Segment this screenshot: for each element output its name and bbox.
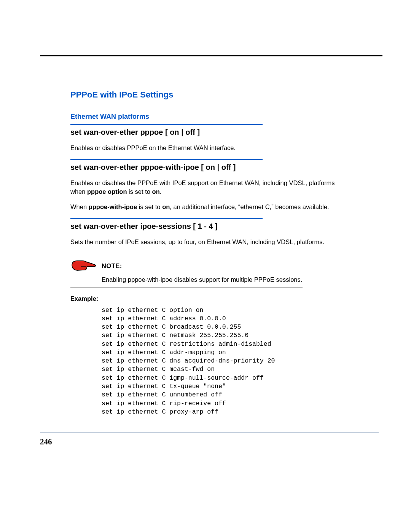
blue-divider xyxy=(70,124,263,125)
body-paragraph: Sets the number of IPoE sessions, up to … xyxy=(70,238,341,246)
example-label: Example: xyxy=(70,295,341,302)
manual-page: PPPoE with IPoE Settings Ethernet WAN pl… xyxy=(0,0,411,532)
header-separator xyxy=(40,68,379,68)
section-title: PPPoE with IPoE Settings xyxy=(70,90,341,100)
top-rule xyxy=(40,55,382,56)
blue-divider xyxy=(70,218,263,219)
body-paragraph: When pppoe-with-ipoe is set to on, an ad… xyxy=(70,203,341,211)
content-area: PPPoE with IPoE Settings Ethernet WAN pl… xyxy=(70,90,341,416)
body-paragraph: Enables or disables PPPoE on the Etherne… xyxy=(70,144,341,152)
command-heading: set wan-over-ether pppoe [ on | off ] xyxy=(70,128,341,137)
note-text: Enabling pppoe-with-ipoe disables suppor… xyxy=(70,275,341,287)
subsection-title: Ethernet WAN platforms xyxy=(70,113,341,121)
command-heading: set wan-over-ether ipoe-sessions [ 1 - 4… xyxy=(70,222,341,231)
page-number: 246 xyxy=(40,437,52,447)
note-bottom-line xyxy=(70,287,303,288)
footer-separator xyxy=(40,432,379,433)
note-label: NOTE: xyxy=(102,262,122,270)
note-header-row: NOTE: xyxy=(70,253,341,275)
example-code-block: set ip ethernet C option on set ip ether… xyxy=(102,306,341,416)
pointing-hand-icon xyxy=(70,257,97,275)
command-heading: set wan-over-ether pppoe-with-ipoe [ on … xyxy=(70,163,341,172)
note-callout: NOTE: Enabling pppoe-with-ipoe disables … xyxy=(70,253,341,287)
blue-divider xyxy=(70,159,263,160)
body-paragraph: Enables or disables the PPPoE with IPoE … xyxy=(70,179,341,196)
